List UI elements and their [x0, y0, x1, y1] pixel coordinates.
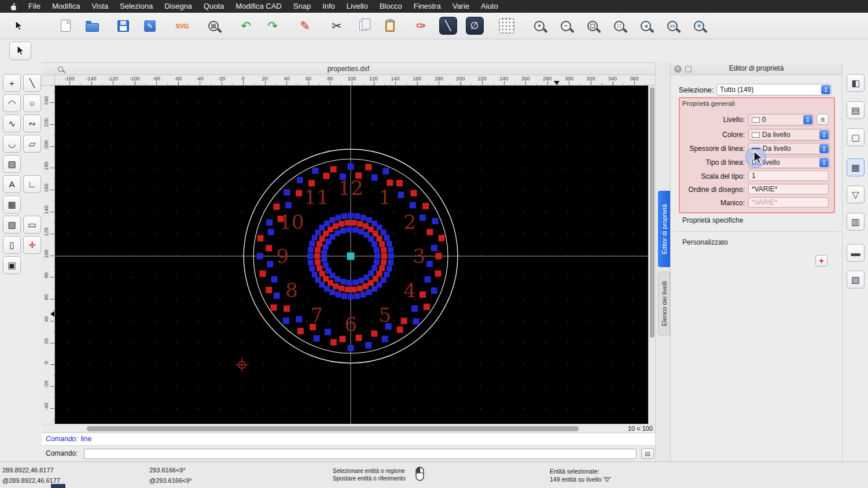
line-tool-button[interactable]: ╲ — [23, 74, 41, 92]
block-list-panel-button[interactable]: ▤ — [847, 101, 865, 119]
command-history-toggle-button[interactable]: ▤ — [641, 448, 654, 459]
arc-tool-button[interactable]: ◠ — [3, 94, 21, 112]
document-zoom-icon[interactable] — [58, 66, 63, 72]
open-file-button[interactable] — [81, 16, 103, 36]
circle-tool-button[interactable]: ○ — [23, 94, 41, 112]
selection-stepper-icon: ▲▼ — [821, 85, 830, 94]
tab-layer-list[interactable]: Elenco dei livelli — [658, 272, 670, 335]
livello-combo[interactable]: 0▲▼ — [748, 114, 814, 125]
save-file-icon — [117, 20, 129, 32]
h-ruler-label: -100 — [126, 76, 144, 82]
ruler-cursor-marker-v — [50, 311, 54, 317]
menu-quota[interactable]: Quota — [198, 0, 230, 13]
polyline-tool-button[interactable]: ∾ — [23, 114, 41, 132]
hatch-tool-button[interactable]: ▨ — [3, 155, 21, 173]
add-custom-property-button[interactable]: + — [815, 255, 827, 267]
horizontal-scrollbar[interactable]: 10 < 100 — [42, 424, 655, 432]
solid-tool-button[interactable]: ▣ — [3, 256, 21, 274]
tab-property-editor[interactable]: Editor di proprietà — [658, 191, 670, 267]
vertical-scrollbar[interactable] — [648, 86, 655, 424]
ruler-tool-button[interactable]: ▭ — [23, 216, 41, 234]
draw-pen-button[interactable]: ✑ — [410, 16, 432, 36]
horizontal-scrollbar-thumb[interactable] — [87, 426, 579, 431]
ordine-di-disegno-input[interactable]: *VARIE* — [748, 184, 829, 194]
menu-file[interactable]: File — [23, 0, 46, 13]
undo-button[interactable]: ↶ — [235, 16, 257, 36]
hatch-pattern-tool-button[interactable]: ▧ — [3, 216, 21, 234]
apple-menu[interactable] — [9, 2, 18, 11]
polygon-tool-button[interactable]: ▱ — [23, 135, 41, 153]
line-tool-button[interactable]: ╲ — [437, 16, 459, 36]
dimension-tool-button[interactable]: ∟ — [23, 175, 41, 193]
menu-vista[interactable]: Vista — [86, 0, 114, 13]
library-browser-panel-button[interactable]: ▥ — [847, 213, 865, 231]
edit-drawing-button[interactable] — [139, 16, 161, 36]
colore-combo[interactable]: Da livello▲▼ — [748, 129, 830, 141]
command-input[interactable] — [84, 449, 637, 459]
menu-livello[interactable]: Livello — [341, 0, 374, 13]
arc-segment-tool-button[interactable]: ◡ — [3, 135, 21, 153]
menu-info[interactable]: Info — [317, 0, 341, 13]
paste-button[interactable] — [379, 16, 401, 36]
vertical-scrollbar-thumb[interactable] — [650, 87, 654, 338]
v-ruler-tick — [50, 146, 54, 147]
pan-button[interactable]: ✛ — [688, 16, 710, 36]
scala-del-tipo-input[interactable]: 1 — [748, 171, 829, 181]
text-tool-button[interactable]: A — [3, 175, 21, 193]
command-line-panel-button[interactable]: ▬ — [847, 244, 865, 262]
sheet-panel-button[interactable]: ▢ — [847, 128, 865, 146]
menu-disegna[interactable]: Disegna — [159, 0, 198, 13]
v-ruler-tick — [50, 364, 54, 365]
zoom-out-button[interactable]: − — [555, 16, 577, 36]
menu-blocco[interactable]: Blocco — [374, 0, 408, 13]
panel-close-button[interactable]: ✕ — [674, 65, 682, 73]
tab-layer-list-label: Elenco dei livelli — [661, 281, 668, 326]
zoom-window-button[interactable]: ▭ — [661, 16, 683, 36]
svg-export-button[interactable]: SVG — [171, 16, 193, 36]
h-ruler-label: 60 — [300, 76, 317, 82]
menu-seleziona[interactable]: Seleziona — [114, 0, 159, 13]
clipboard-panel-button[interactable]: ▧ — [847, 271, 865, 289]
selection-tool-docked-button[interactable] — [9, 42, 31, 60]
panel-detach-button[interactable] — [685, 66, 692, 72]
measure-tool-button[interactable]: ✛ — [23, 236, 41, 254]
point-tool-button[interactable]: + — [3, 74, 21, 92]
menu-modifica[interactable]: Modifica — [46, 0, 86, 13]
viewport-panel-button[interactable]: ◧ — [847, 74, 865, 92]
image-tool-button[interactable]: ▦ — [3, 195, 21, 213]
menu-snap[interactable]: Snap — [288, 0, 317, 13]
edit-entity-button[interactable]: ✎ — [294, 16, 316, 36]
menu-finestra[interactable]: Finestra — [408, 0, 447, 13]
property-editor-panel-button[interactable]: ▦ — [847, 158, 865, 176]
ellipse-tool-button[interactable]: ∅ — [464, 16, 486, 36]
cut-button[interactable]: ✂ — [326, 16, 348, 36]
manico-input[interactable]: *VARIE* — [748, 197, 829, 208]
shape-tool-button[interactable]: ▯ — [3, 236, 21, 254]
selection-value: Tutto (149) — [720, 86, 831, 94]
menu-aiuto[interactable]: Aiuto — [475, 0, 504, 13]
property-editor-panel-icon: ▦ — [851, 162, 860, 173]
ruler-corner — [42, 75, 55, 86]
new-file-button[interactable] — [54, 16, 76, 36]
zoom-selection-button[interactable]: ∷ — [608, 16, 630, 36]
zoom-in-button[interactable]: + — [528, 16, 550, 36]
v-ruler-tick — [50, 168, 54, 168]
selection-combo[interactable]: Tutto (149) ▲▼ — [716, 84, 832, 95]
livello-menu-button[interactable]: ≡ — [816, 114, 829, 125]
selection-filter-panel-button[interactable]: ▽ — [847, 186, 865, 204]
selection-tool-button[interactable] — [8, 16, 30, 36]
menu-modifica-cad[interactable]: Modifica CAD — [230, 0, 287, 13]
redo-button[interactable]: ↷ — [262, 16, 284, 36]
menu-varie[interactable]: Varie — [447, 0, 475, 13]
auto-zoom-button[interactable]: ▢ — [582, 16, 604, 36]
selection-label: Selezione: — [679, 86, 714, 94]
drawing-canvas[interactable]: 121234567891011 — [55, 86, 648, 424]
previous-view-button[interactable]: ◂ — [635, 16, 657, 36]
grid-toggle-button[interactable] — [495, 16, 517, 36]
h-ruler-label: 40 — [278, 76, 295, 82]
copy-button[interactable] — [352, 16, 374, 36]
print-preview-button[interactable]: ▤ — [203, 16, 225, 36]
save-file-button[interactable] — [112, 16, 134, 36]
spline-tool-button[interactable]: ∿ — [3, 114, 21, 132]
h-ruler-label: 300 — [560, 76, 578, 82]
